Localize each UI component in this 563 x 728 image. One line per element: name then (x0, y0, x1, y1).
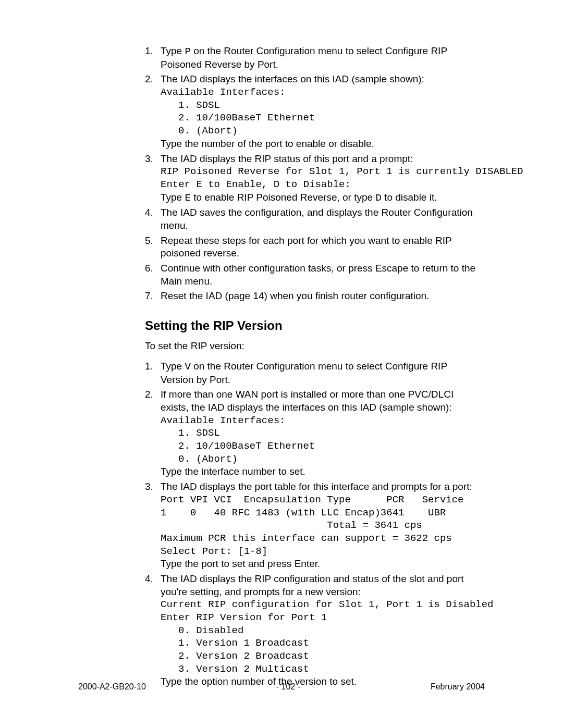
step-number: 2. (145, 73, 153, 86)
step-text: Reset the IAD (page 14) when you finish … (161, 290, 429, 301)
section-heading: Setting the RIP Version (145, 317, 481, 334)
code-line: Available Interfaces: (161, 414, 481, 427)
step-number: 2. (145, 388, 153, 401)
code-token: E (185, 192, 190, 204)
code-line: 0. Disabled (161, 624, 481, 637)
code-line: Port VPI VCI Encapsulation Type PCR Serv… (161, 493, 481, 507)
code-token: D (375, 192, 381, 204)
steps-list-2: 1. Type V on the Router Configuration me… (145, 360, 481, 688)
step-text: Type the interface number to set. (161, 466, 305, 477)
footer-left: 2000-A2-GB20-10 (78, 682, 146, 693)
step-text: The IAD saves the configuration, and dis… (161, 207, 473, 231)
step-text: Type the number of the port to enable or… (161, 138, 374, 149)
step-text: If more than one WAN port is installed o… (161, 389, 454, 413)
step-1-7: 7. Reset the IAD (page 14) when you fini… (145, 290, 481, 303)
step-2-2: 2. If more than one WAN port is installe… (145, 388, 481, 478)
text: to disable it. (382, 192, 437, 203)
step-number: 6. (145, 262, 153, 275)
section-intro: To set the RIP version: (145, 340, 481, 353)
text: on the Router Configuration menu to sele… (161, 361, 447, 385)
step-number: 1. (145, 45, 153, 58)
page-footer: 2000-A2-GB20-10 - 102 - February 2004 (78, 682, 485, 693)
step-text: The IAD displays the RIP configuration a… (161, 573, 464, 597)
footer-right: February 2004 (431, 682, 485, 693)
code-line: 2. 10/100BaseT Ethernet (161, 440, 481, 453)
step-1-6: 6. Continue with other configuration tas… (145, 262, 481, 288)
step-number: 3. (145, 153, 153, 166)
step-number: 4. (145, 206, 153, 219)
step-2-1: 1. Type V on the Router Configuration me… (145, 360, 481, 386)
step-text: Repeat these steps for each port for whi… (161, 235, 451, 259)
code-line: 2. Version 2 Broadcast (161, 650, 481, 663)
step-number: 3. (145, 480, 153, 493)
step-number: 1. (145, 360, 153, 373)
step-text: The IAD displays the port table for this… (161, 481, 472, 492)
code-token: P (185, 46, 190, 57)
text: Type (161, 192, 185, 203)
code-line: 0. (Abort) (161, 125, 481, 138)
body-content: 1. Type P on the Router Configuration me… (145, 45, 481, 688)
step-text: Type E to enable RIP Poisoned Reverse, o… (161, 192, 437, 203)
text: Type (161, 45, 185, 56)
text: on the Router Configuration menu to sele… (161, 45, 447, 70)
code-line: Enter E to Enable, D to Disable: (161, 178, 481, 191)
code-line: Select Port: [1-8] (161, 545, 481, 558)
step-1-2: 2. The IAD displays the interfaces on th… (145, 73, 481, 150)
step-text: Type V on the Router Configuration menu … (161, 361, 447, 385)
code-line: Maximum PCR this interface can support =… (161, 532, 481, 545)
step-number: 4. (145, 573, 153, 586)
step-2-4: 4. The IAD displays the RIP configuratio… (145, 573, 481, 688)
text: Type (161, 361, 185, 372)
step-2-3: 3. The IAD displays the port table for t… (145, 480, 481, 571)
step-1-1: 1. Type P on the Router Configuration me… (145, 45, 481, 71)
steps-list-1: 1. Type P on the Router Configuration me… (145, 45, 481, 303)
code-line: Total = 3641 cps (161, 519, 481, 532)
code-line: 0. (Abort) (161, 453, 481, 466)
step-text: Continue with other configuration tasks,… (161, 263, 475, 287)
code-line: Enter RIP Version for Port 1 (161, 611, 481, 624)
footer-center: - 102 - (276, 682, 300, 693)
step-text: The IAD displays the interfaces on this … (161, 73, 424, 84)
code-line: 1 0 40 RFC 1483 (with LLC Encap)3641 UBR (161, 507, 481, 520)
step-text: Type P on the Router Configuration menu … (161, 45, 447, 70)
code-line: 1. Version 1 Broadcast (161, 637, 481, 650)
code-line: RIP Poisoned Reverse for Slot 1, Port 1 … (161, 165, 481, 178)
page: 1. Type P on the Router Configuration me… (0, 0, 563, 728)
step-number: 7. (145, 290, 153, 303)
code-line: 2. 10/100BaseT Ethernet (161, 112, 481, 125)
step-number: 5. (145, 235, 153, 248)
step-text: Type the port to set and press Enter. (161, 558, 320, 569)
code-line: Available Interfaces: (161, 86, 481, 99)
text: to enable RIP Poisoned Reverse, or type (191, 192, 376, 203)
code-line: Current RIP configuration for Slot 1, Po… (161, 598, 481, 611)
code-line: 1. SDSL (161, 427, 481, 440)
code-token: V (185, 361, 190, 373)
step-1-3: 3. The IAD displays the RIP status of th… (145, 153, 481, 205)
step-1-4: 4. The IAD saves the configuration, and … (145, 206, 481, 232)
code-line: 3. Version 2 Multicast (161, 663, 481, 676)
step-text: The IAD displays the RIP status of this … (161, 153, 413, 164)
step-1-5: 5. Repeat these steps for each port for … (145, 235, 481, 260)
code-line: 1. SDSL (161, 99, 481, 112)
